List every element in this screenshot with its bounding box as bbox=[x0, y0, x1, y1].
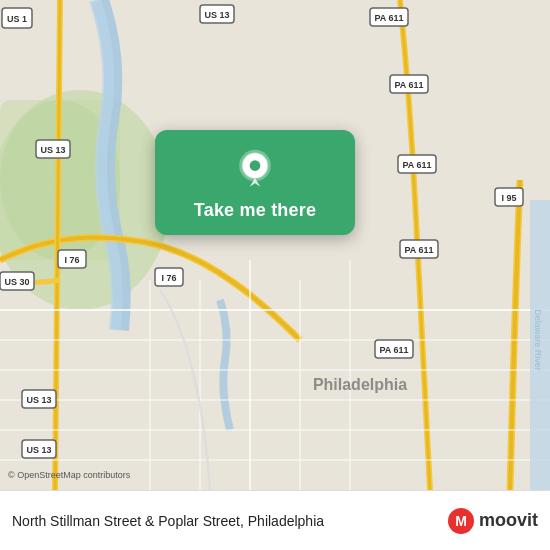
svg-text:Philadelphia: Philadelphia bbox=[313, 376, 407, 393]
map-container: US 1 US 13 US 13 US 13 US 13 I 76 I 76 P… bbox=[0, 0, 550, 490]
moovit-icon: M bbox=[447, 507, 475, 535]
svg-text:US 13: US 13 bbox=[26, 395, 51, 405]
bottom-bar: North Stillman Street & Poplar Street, P… bbox=[0, 490, 550, 550]
svg-point-49 bbox=[250, 160, 261, 171]
svg-text:© OpenStreetMap contributors: © OpenStreetMap contributors bbox=[8, 470, 131, 480]
svg-text:I 76: I 76 bbox=[161, 273, 176, 283]
svg-rect-45 bbox=[530, 200, 550, 490]
svg-text:PA 611: PA 611 bbox=[404, 245, 433, 255]
take-me-there-button[interactable]: Take me there bbox=[155, 130, 355, 235]
svg-text:PA 611: PA 611 bbox=[379, 345, 408, 355]
svg-text:I 95: I 95 bbox=[501, 193, 516, 203]
svg-text:PA 611: PA 611 bbox=[374, 13, 403, 23]
moovit-logo: M moovit bbox=[447, 507, 538, 535]
svg-text:US 13: US 13 bbox=[204, 10, 229, 20]
svg-text:US 1: US 1 bbox=[7, 14, 27, 24]
take-me-there-label: Take me there bbox=[194, 200, 316, 221]
svg-text:PA 611: PA 611 bbox=[402, 160, 431, 170]
svg-text:M: M bbox=[455, 513, 467, 529]
svg-text:US 30: US 30 bbox=[4, 277, 29, 287]
svg-text:PA 611: PA 611 bbox=[394, 80, 423, 90]
svg-text:US 13: US 13 bbox=[40, 145, 65, 155]
moovit-name: moovit bbox=[479, 510, 538, 531]
map-background: US 1 US 13 US 13 US 13 US 13 I 76 I 76 P… bbox=[0, 0, 550, 490]
location-pin-icon bbox=[233, 148, 277, 192]
svg-text:US 13: US 13 bbox=[26, 445, 51, 455]
address-text: North Stillman Street & Poplar Street, P… bbox=[12, 513, 447, 529]
svg-text:I 76: I 76 bbox=[64, 255, 79, 265]
